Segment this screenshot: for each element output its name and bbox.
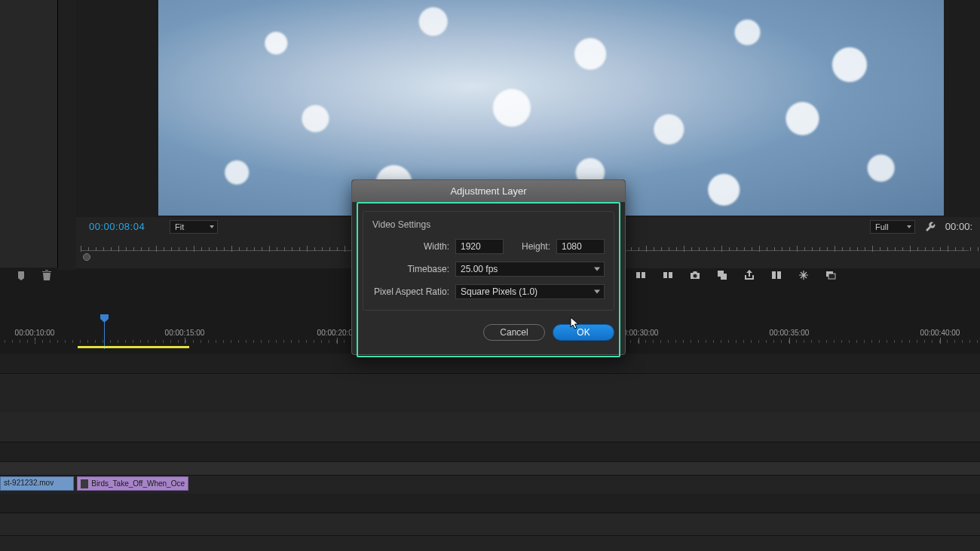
chevron-down-icon bbox=[907, 225, 911, 228]
ruler-label: 00:00:40:00 bbox=[920, 329, 960, 337]
cancel-button[interactable]: Cancel bbox=[483, 324, 545, 341]
height-input[interactable] bbox=[556, 239, 605, 254]
timebase-value: 25.00 fps bbox=[461, 264, 498, 274]
video-track[interactable] bbox=[0, 462, 980, 476]
camera-icon[interactable] bbox=[689, 269, 701, 281]
trash-icon[interactable] bbox=[41, 270, 53, 282]
chevron-down-icon bbox=[594, 268, 600, 271]
group-legend: Video Settings bbox=[372, 219, 605, 230]
work-area-bar[interactable] bbox=[78, 346, 189, 348]
svg-rect-2 bbox=[663, 272, 667, 278]
out-timecode[interactable]: 00:00: bbox=[945, 221, 972, 232]
timeline-clip[interactable]: Birds_Take_Off_When_Oce bbox=[77, 476, 188, 491]
zoom-level-select[interactable]: Fit bbox=[170, 220, 218, 234]
video-track[interactable] bbox=[0, 354, 980, 374]
video-track[interactable] bbox=[0, 412, 980, 442]
source-panel bbox=[0, 0, 58, 268]
fx-badge-icon bbox=[81, 479, 88, 488]
mark-in-icon[interactable] bbox=[635, 269, 647, 281]
svg-rect-8 bbox=[828, 274, 835, 279]
par-label: Pixel Aspect Ratio: bbox=[372, 286, 455, 297]
resolution-select[interactable]: Full bbox=[870, 220, 915, 234]
panel-tool-row bbox=[15, 270, 53, 282]
svg-rect-1 bbox=[642, 272, 645, 278]
svg-rect-6 bbox=[721, 274, 727, 280]
settings-icon[interactable] bbox=[924, 221, 936, 233]
audio-track[interactable] bbox=[0, 513, 980, 536]
current-timecode[interactable]: 00:00:08:04 bbox=[89, 221, 145, 232]
resolution-value: Full bbox=[875, 222, 889, 231]
timeline-tracks bbox=[0, 354, 980, 551]
video-track[interactable] bbox=[0, 442, 980, 462]
overlay-icon[interactable] bbox=[716, 269, 728, 281]
export-frame-icon[interactable] bbox=[743, 269, 755, 281]
proxies-icon[interactable] bbox=[825, 269, 837, 281]
ruler-label: 00:00:10:00 bbox=[15, 329, 55, 337]
par-select[interactable]: Square Pixels (1.0) bbox=[455, 284, 605, 299]
svg-point-4 bbox=[694, 274, 697, 278]
width-label: Width: bbox=[372, 241, 455, 252]
audio-track[interactable] bbox=[0, 494, 980, 513]
svg-rect-0 bbox=[636, 272, 640, 278]
par-value: Square Pixels (1.0) bbox=[461, 286, 537, 297]
timebase-select[interactable]: 25.00 fps bbox=[455, 262, 605, 277]
dialog-title: Adjustment Layer bbox=[352, 180, 625, 202]
safe-margins-icon[interactable] bbox=[798, 269, 810, 281]
chevron-down-icon bbox=[210, 225, 214, 228]
height-label: Height: bbox=[504, 241, 556, 252]
timebase-label: Timebase: bbox=[372, 264, 455, 274]
ruler-label: 00:00:35:00 bbox=[770, 329, 810, 337]
clip-label: st-921232.mov bbox=[4, 479, 54, 487]
timeline-clip[interactable]: st-921232.mov bbox=[0, 476, 74, 491]
chevron-down-icon bbox=[594, 290, 600, 294]
svg-rect-3 bbox=[669, 272, 672, 278]
comparison-icon[interactable] bbox=[770, 269, 782, 281]
adjustment-layer-dialog: Adjustment Layer Video Settings Width: H… bbox=[351, 179, 626, 355]
clip-label: Birds_Take_Off_When_Oce bbox=[91, 479, 185, 488]
monitor-playhead[interactable] bbox=[83, 253, 90, 261]
monitor-toolbar bbox=[635, 269, 837, 281]
ruler-label: 00:00:15:00 bbox=[165, 329, 205, 337]
panel-gap bbox=[58, 0, 76, 270]
ok-button[interactable]: OK bbox=[553, 324, 614, 341]
zoom-level-value: Fit bbox=[175, 222, 184, 231]
marker-icon[interactable] bbox=[15, 270, 27, 282]
mark-out-icon[interactable] bbox=[662, 269, 674, 281]
video-settings-group: Video Settings Width: Height: Timebase: … bbox=[363, 211, 614, 311]
width-input[interactable] bbox=[455, 239, 504, 254]
